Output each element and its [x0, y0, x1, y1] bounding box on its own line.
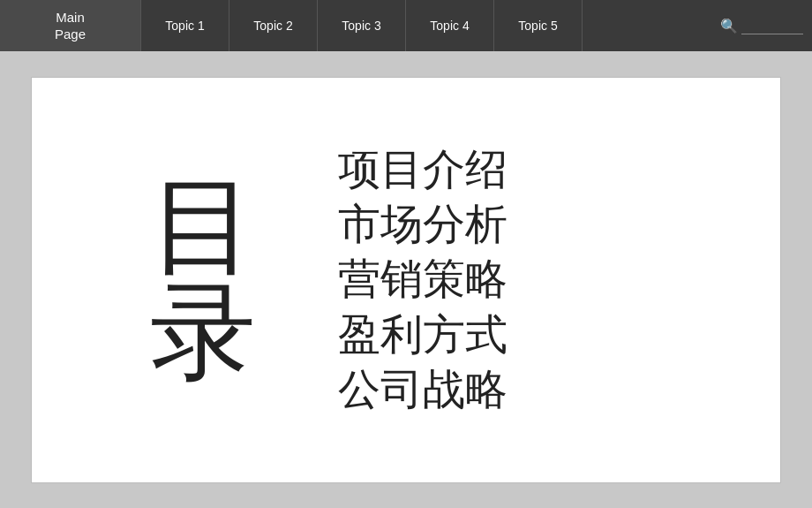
nav-topic1-label: Topic 1	[165, 19, 204, 33]
nav-topic3[interactable]: Topic 3	[318, 0, 406, 51]
nav-topic5[interactable]: Topic 5	[494, 0, 583, 51]
toc-item-3: 营销策略	[338, 252, 745, 307]
search-container: 🔍	[708, 0, 812, 51]
toc-item-1: 项目介绍	[338, 142, 745, 197]
toc-item-5: 公司战略	[338, 362, 745, 417]
search-icon: 🔍	[717, 13, 741, 38]
slide-container: 目 录 项目介绍 市场分析 营销策略 盈利方式 公司战略	[31, 77, 781, 483]
navbar: Main Page Topic 1 Topic 2 Topic 3 Topic …	[0, 0, 812, 51]
toc-text2: 录	[150, 280, 256, 386]
slide-inner: 目 录 项目介绍 市场分析 营销策略 盈利方式 公司战略	[32, 78, 780, 482]
content-area: 目 录 项目介绍 市场分析 营销策略 盈利方式 公司战略	[0, 51, 812, 508]
main-page-line1: Main	[56, 9, 85, 27]
toc-item-2: 市场分析	[338, 197, 745, 252]
nav-topic3-label: Topic 3	[342, 19, 380, 33]
search-input[interactable]	[741, 17, 803, 34]
nav-topic1[interactable]: Topic 1	[141, 0, 229, 51]
toc-text: 目	[150, 174, 256, 280]
toc-label-left: 目 录	[67, 174, 338, 386]
nav-topic5-label: Topic 5	[518, 19, 557, 33]
nav-topic4[interactable]: Topic 4	[406, 0, 494, 51]
toc-chinese-label: 目 录	[150, 174, 256, 386]
toc-items-list: 项目介绍 市场分析 营销策略 盈利方式 公司战略	[338, 142, 745, 418]
main-page-line2: Page	[55, 26, 86, 43]
nav-topic2[interactable]: Topic 2	[229, 0, 318, 51]
nav-topic2-label: Topic 2	[253, 19, 292, 33]
nav-topic4-label: Topic 4	[430, 19, 469, 33]
nav-main-page[interactable]: Main Page	[0, 0, 141, 51]
toc-item-4: 盈利方式	[338, 307, 745, 362]
